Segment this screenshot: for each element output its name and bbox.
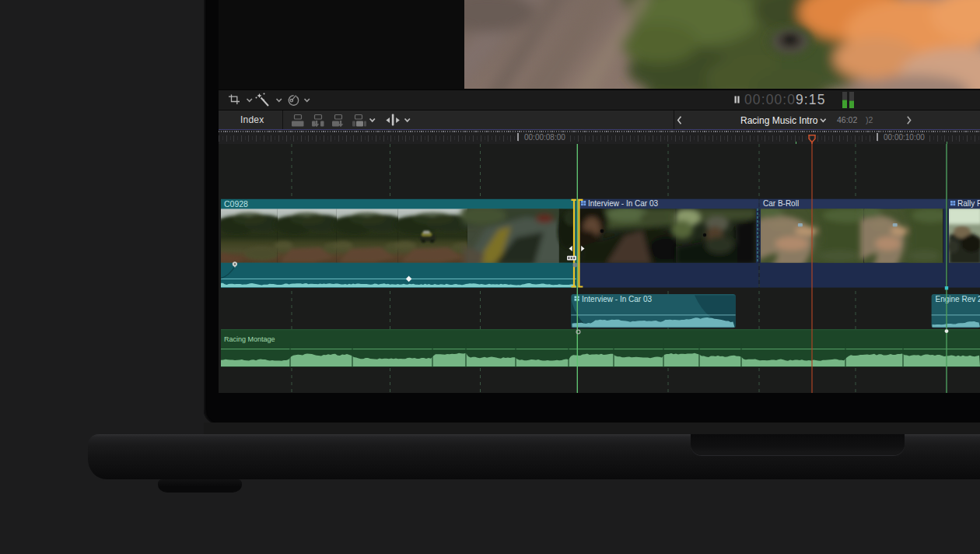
svg-text:Racing Music Intro: Racing Music Intro [740,115,818,126]
svg-text:9:15: 9:15 [796,92,825,107]
svg-text:Racing Montage: Racing Montage [224,335,275,343]
svg-text:Interview - In Car 03: Interview - In Car 03 [588,199,658,208]
svg-text:)2: )2 [866,115,873,124]
svg-text:Rally Ra: Rally Ra [957,199,980,208]
svg-text:Interview - In Car 03: Interview - In Car 03 [582,295,652,303]
svg-text:Car B-Roll: Car B-Roll [763,199,799,208]
svg-text:46:02: 46:02 [837,115,857,124]
svg-text:C0928: C0928 [224,199,248,209]
svg-text:Engine Rev 2: Engine Rev 2 [936,295,980,303]
svg-text:00:00:0: 00:00:0 [744,92,796,107]
